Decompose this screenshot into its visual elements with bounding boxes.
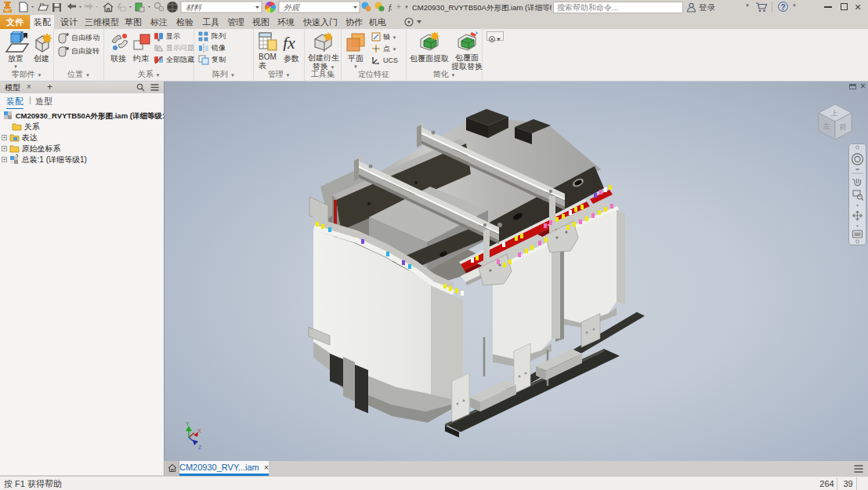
svg-text:Z: Z — [198, 445, 202, 450]
svg-text:材料: 材料 — [186, 3, 202, 12]
svg-text:PRO: PRO — [5, 9, 11, 13]
svg-text:左: 左 — [823, 122, 830, 130]
svg-text:上: 上 — [831, 109, 838, 117]
svg-text:前: 前 — [840, 123, 847, 131]
svg-text:fx: fx — [283, 34, 295, 51]
svg-text:X: X — [197, 428, 201, 434]
svg-text:外观: 外观 — [284, 3, 300, 12]
svg-text:Y: Y — [186, 421, 190, 426]
svg-text:fx: fx — [389, 2, 392, 12]
